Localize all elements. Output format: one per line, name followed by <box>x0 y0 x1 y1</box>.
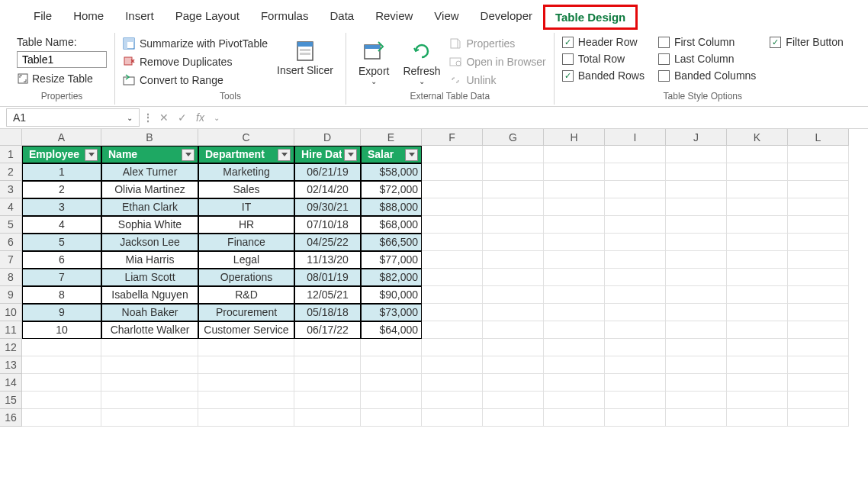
cell-H15[interactable] <box>544 392 605 409</box>
cell-G6[interactable] <box>483 234 544 251</box>
cell-B8[interactable]: Liam Scott <box>101 269 198 286</box>
cell-J9[interactable] <box>666 286 727 304</box>
cell-J12[interactable] <box>666 339 727 356</box>
cell-E12[interactable] <box>361 339 422 356</box>
cell-K16[interactable] <box>727 409 788 427</box>
filter-button[interactable] <box>182 149 194 161</box>
cell-F11[interactable] <box>422 321 483 339</box>
cell-H14[interactable] <box>544 374 605 392</box>
cell-A3[interactable]: 2 <box>22 181 101 198</box>
cell-A1[interactable]: Employee I <box>22 146 101 163</box>
cell-C11[interactable]: Customer Service <box>198 321 294 339</box>
cell-E5[interactable]: $68,000 <box>361 216 422 234</box>
cell-J16[interactable] <box>666 409 727 427</box>
cell-B11[interactable]: Charlotte Walker <box>101 321 198 339</box>
cell-F15[interactable] <box>422 392 483 409</box>
cell-F4[interactable] <box>422 198 483 216</box>
cell-E8[interactable]: $82,000 <box>361 269 422 286</box>
cell-J5[interactable] <box>666 216 727 234</box>
cell-I9[interactable] <box>605 286 666 304</box>
cell-B2[interactable]: Alex Turner <box>101 163 198 181</box>
cell-B3[interactable]: Olivia Martinez <box>101 181 198 198</box>
row-header-10[interactable]: 10 <box>0 304 22 321</box>
cell-L11[interactable] <box>788 321 849 339</box>
cell-J14[interactable] <box>666 374 727 392</box>
row-header-8[interactable]: 8 <box>0 269 22 286</box>
cell-H9[interactable] <box>544 286 605 304</box>
row-header-13[interactable]: 13 <box>0 356 22 374</box>
cell-G14[interactable] <box>483 374 544 392</box>
cell-A2[interactable]: 1 <box>22 163 101 181</box>
cell-G2[interactable] <box>483 163 544 181</box>
row-header-1[interactable]: 1 <box>0 146 22 163</box>
cell-C14[interactable] <box>198 374 294 392</box>
col-header-L[interactable]: L <box>788 129 849 146</box>
cell-C9[interactable]: R&D <box>198 286 294 304</box>
cell-K5[interactable] <box>727 216 788 234</box>
cell-J2[interactable] <box>666 163 727 181</box>
cell-L15[interactable] <box>788 392 849 409</box>
cell-E2[interactable]: $58,000 <box>361 163 422 181</box>
cell-D7[interactable]: 11/13/20 <box>294 251 361 269</box>
cell-D16[interactable] <box>294 409 361 427</box>
cell-E16[interactable] <box>361 409 422 427</box>
cell-H6[interactable] <box>544 234 605 251</box>
col-header-F[interactable]: F <box>422 129 483 146</box>
cancel-icon[interactable]: ✕ <box>156 110 172 125</box>
cell-G8[interactable] <box>483 269 544 286</box>
cell-L8[interactable] <box>788 269 849 286</box>
cell-E10[interactable]: $73,000 <box>361 304 422 321</box>
cell-C12[interactable] <box>198 339 294 356</box>
cell-K9[interactable] <box>727 286 788 304</box>
filter-button[interactable] <box>85 149 98 161</box>
tab-review[interactable]: Review <box>365 5 423 30</box>
cell-H1[interactable] <box>544 146 605 163</box>
cell-A6[interactable]: 5 <box>22 234 101 251</box>
cell-E9[interactable]: $90,000 <box>361 286 422 304</box>
cell-G9[interactable] <box>483 286 544 304</box>
cell-A14[interactable] <box>22 374 101 392</box>
cell-C2[interactable]: Marketing <box>198 163 294 181</box>
cell-K8[interactable] <box>727 269 788 286</box>
cell-A15[interactable] <box>22 392 101 409</box>
cell-K11[interactable] <box>727 321 788 339</box>
cell-I13[interactable] <box>605 356 666 374</box>
cell-A12[interactable] <box>22 339 101 356</box>
cell-G16[interactable] <box>483 409 544 427</box>
cell-B5[interactable]: Sophia White <box>101 216 198 234</box>
cell-D9[interactable]: 12/05/21 <box>294 286 361 304</box>
filter-button[interactable] <box>278 149 291 161</box>
cell-J3[interactable] <box>666 181 727 198</box>
col-header-E[interactable]: E <box>361 129 422 146</box>
cell-J8[interactable] <box>666 269 727 286</box>
check-last-column[interactable]: Last Column <box>658 53 756 65</box>
cell-F10[interactable] <box>422 304 483 321</box>
cell-I3[interactable] <box>605 181 666 198</box>
cell-K6[interactable] <box>727 234 788 251</box>
cell-J13[interactable] <box>666 356 727 374</box>
cell-A11[interactable]: 10 <box>22 321 101 339</box>
cell-F14[interactable] <box>422 374 483 392</box>
col-header-C[interactable]: C <box>198 129 294 146</box>
cell-D14[interactable] <box>294 374 361 392</box>
cell-C6[interactable]: Finance <box>198 234 294 251</box>
cell-F7[interactable] <box>422 251 483 269</box>
cell-A10[interactable]: 9 <box>22 304 101 321</box>
check-header-row[interactable]: ✓ Header Row <box>562 36 645 48</box>
tab-view[interactable]: View <box>423 5 469 30</box>
cell-B10[interactable]: Noah Baker <box>101 304 198 321</box>
row-header-11[interactable]: 11 <box>0 321 22 339</box>
tab-developer[interactable]: Developer <box>470 5 543 30</box>
cell-B14[interactable] <box>101 374 198 392</box>
cell-I2[interactable] <box>605 163 666 181</box>
row-header-3[interactable]: 3 <box>0 181 22 198</box>
check-banded-columns[interactable]: Banded Columns <box>658 69 756 82</box>
cell-L5[interactable] <box>788 216 849 234</box>
cell-F3[interactable] <box>422 181 483 198</box>
check-total-row[interactable]: Total Row <box>562 53 645 65</box>
cell-K10[interactable] <box>727 304 788 321</box>
grid-cells[interactable]: Employee INameDepartmentHire DatSalar1Al… <box>22 146 849 427</box>
cell-F12[interactable] <box>422 339 483 356</box>
cell-K14[interactable] <box>727 374 788 392</box>
cell-C10[interactable]: Procurement <box>198 304 294 321</box>
